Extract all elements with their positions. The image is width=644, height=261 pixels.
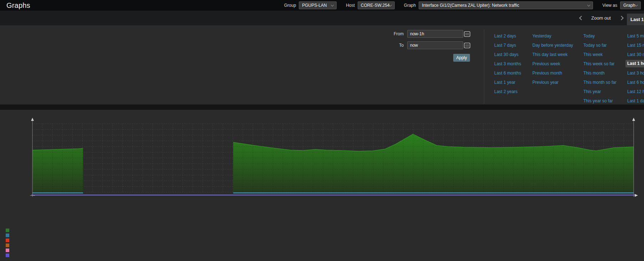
- time-preset-link[interactable]: Last 1 day: [627, 96, 644, 106]
- time-preset-link[interactable]: Last 12 hours: [627, 87, 644, 96]
- group-label: Group: [284, 3, 296, 8]
- legend-swatch: [6, 249, 9, 252]
- network-traffic-chart[interactable]: [0, 110, 644, 261]
- graph-select[interactable]: Interface Gi1/2(Camera ZAL Upiter): Netw…: [419, 1, 593, 9]
- time-preset-link-selected[interactable]: Last 1 hour: [625, 60, 644, 67]
- view-as-label: View as: [602, 3, 617, 8]
- time-preset-link[interactable]: This month so far: [583, 78, 617, 87]
- time-preset-link[interactable]: This year: [583, 87, 617, 96]
- time-preset-link[interactable]: This year so far: [583, 96, 617, 106]
- header-controls: Group PGUPS-LAN Host CORE-SW.254 Graph I…: [284, 0, 641, 11]
- time-presets: Last 2 daysLast 7 daysLast 30 daysLast 3…: [0, 25, 644, 104]
- view-as-select[interactable]: Graph: [620, 1, 641, 9]
- chevron-down-icon: [635, 4, 638, 6]
- legend-swatch: [6, 229, 9, 232]
- time-preset-link[interactable]: This day last week: [532, 50, 573, 59]
- host-label: Host: [346, 3, 355, 8]
- time-preset-link[interactable]: Today so far: [583, 41, 617, 50]
- time-navigation-strip: Zoom out Last 1 hour: [0, 11, 644, 25]
- chevron-right-icon[interactable]: [619, 16, 624, 20]
- host-select[interactable]: CORE-SW.254: [358, 1, 395, 9]
- time-preset-link[interactable]: Previous month: [532, 68, 573, 78]
- time-preset-link[interactable]: Last 30 minutes: [627, 50, 644, 59]
- page-title: Graphs: [0, 1, 30, 10]
- graph-label: Graph: [404, 3, 416, 8]
- time-preset-link[interactable]: Last 3 months: [494, 59, 521, 68]
- header-bar: Graphs Group PGUPS-LAN Host CORE-SW.254 …: [0, 0, 644, 11]
- zoom-out-button[interactable]: Zoom out: [591, 11, 611, 25]
- chevron-down-icon: [331, 4, 334, 6]
- time-preset-link[interactable]: Previous year: [532, 78, 573, 87]
- time-preset-link[interactable]: Yesterday: [532, 31, 573, 41]
- time-preset-link[interactable]: Previous week: [532, 59, 573, 68]
- preset-column: TodayToday so farThis weekThis week so f…: [583, 31, 617, 106]
- host-select-value: CORE-SW.254: [361, 3, 390, 8]
- view-as-select-value: Graph: [623, 3, 635, 8]
- legend-swatch: [6, 234, 9, 237]
- time-preset-link[interactable]: This week: [583, 50, 617, 59]
- group-select[interactable]: PGUPS-LAN: [299, 1, 337, 9]
- preset-column: Last 2 daysLast 7 daysLast 30 daysLast 3…: [494, 31, 521, 96]
- chevron-down-icon: [587, 4, 590, 6]
- time-preset-link[interactable]: Last 3 hours: [627, 68, 644, 78]
- time-preset-link[interactable]: Last 6 hours: [627, 78, 644, 87]
- time-preset-link[interactable]: Last 1 year: [494, 78, 521, 87]
- time-preset-link[interactable]: Last 2 days: [494, 31, 521, 41]
- time-preset-link[interactable]: This month: [583, 68, 617, 78]
- chart-legend: [6, 229, 10, 259]
- time-preset-link[interactable]: Last 30 days: [494, 50, 521, 59]
- time-preset-link[interactable]: Last 6 months: [494, 68, 521, 78]
- time-preset-link[interactable]: This week so far: [583, 59, 617, 68]
- graph-panel: [0, 110, 644, 261]
- group-select-value: PGUPS-LAN: [302, 3, 327, 8]
- time-preset-link[interactable]: Last 5 minutes: [627, 31, 644, 41]
- time-preset-link[interactable]: Last 7 days: [494, 41, 521, 50]
- graph-select-value: Interface Gi1/2(Camera ZAL Upiter): Netw…: [422, 3, 519, 8]
- zabbix-graphs-screen: Graphs Group PGUPS-LAN Host CORE-SW.254 …: [0, 0, 644, 261]
- legend-swatch: [6, 254, 9, 257]
- time-preset-link[interactable]: Last 15 minutes: [627, 41, 644, 50]
- preset-column: Last 5 minutesLast 15 minutesLast 30 min…: [627, 31, 644, 106]
- legend-swatch: [6, 239, 9, 242]
- preset-column: YesterdayDay before yesterdayThis day la…: [532, 31, 573, 87]
- time-preset-link[interactable]: Last 2 years: [494, 87, 521, 96]
- time-preset-link[interactable]: Today: [583, 31, 617, 41]
- time-filter-panel: From To Apply Last 2 daysLast 7 daysLast…: [0, 25, 644, 104]
- time-range-tab[interactable]: Last 1 hour: [627, 14, 644, 25]
- time-preset-link[interactable]: Day before yesterday: [532, 41, 573, 50]
- chevron-left-icon[interactable]: [579, 16, 584, 20]
- legend-swatch: [6, 244, 9, 247]
